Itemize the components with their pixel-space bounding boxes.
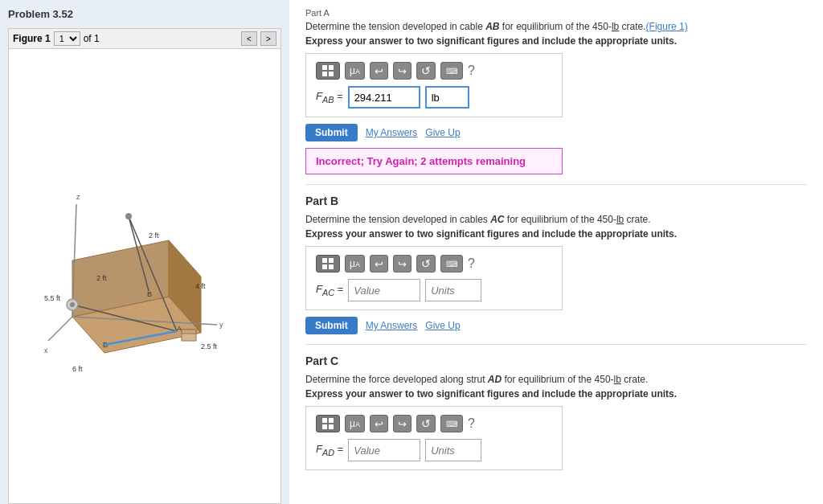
grid-cell bbox=[322, 264, 327, 269]
part-a-actions: Submit My Answers Give Up bbox=[305, 124, 807, 141]
part-b-header: Part B bbox=[305, 195, 807, 207]
part-b-section: Part B Determine the tension developed i… bbox=[305, 195, 807, 334]
figure-link[interactable]: (Figure 1) bbox=[646, 21, 688, 32]
refresh-button-c[interactable]: ↺ bbox=[416, 415, 436, 432]
part-c-unit-lb: lb bbox=[614, 374, 621, 385]
svg-text:z: z bbox=[76, 193, 80, 201]
part-c-header: Part C bbox=[305, 354, 807, 367]
grid-cell bbox=[322, 258, 327, 263]
undo-button-c[interactable]: ↩ bbox=[370, 415, 388, 432]
mu-button-c[interactable]: μA bbox=[345, 415, 365, 432]
svg-text:x: x bbox=[44, 346, 48, 354]
grid-cell bbox=[329, 424, 334, 429]
part-b-value-input[interactable] bbox=[348, 279, 420, 301]
figure-svg: x y z 2 ft 2 ft 4 ft C B A D 6 ft 5.5 ft… bbox=[24, 172, 265, 381]
part-b-unit-lb: lb bbox=[616, 214, 624, 225]
part-c-description: Determine the force developed along stru… bbox=[305, 374, 807, 385]
grid-cell bbox=[322, 418, 327, 423]
part-a-cable: AB bbox=[485, 21, 499, 32]
grid-button-c[interactable] bbox=[316, 415, 340, 432]
part-b-give-up-button[interactable]: Give Up bbox=[425, 320, 460, 331]
refresh-button-b[interactable]: ↺ bbox=[416, 255, 436, 272]
redo-button-b[interactable]: ↪ bbox=[393, 255, 412, 272]
part-b-answer-box: μA ↩ ↪ ↺ ⌨ ? FAC = bbox=[305, 246, 563, 310]
svg-text:4 ft: 4 ft bbox=[195, 282, 206, 290]
part-c-input-row: FAD = bbox=[316, 439, 552, 461]
part-a-description: Determine the tension developed in cable… bbox=[305, 21, 807, 32]
figure-toolbar: Figure 1 1 of 1 < > bbox=[9, 29, 280, 49]
part-a-value-input[interactable] bbox=[348, 86, 420, 109]
redo-button-a[interactable]: ↪ bbox=[393, 62, 412, 80]
part-a-units-input[interactable] bbox=[425, 86, 469, 109]
keyboard-button-c[interactable]: ⌨ bbox=[440, 415, 463, 432]
part-c-instruction: Express your answer to two significant f… bbox=[305, 388, 807, 400]
part-b-eq-label: FAC = bbox=[316, 283, 343, 297]
part-a-give-up-button[interactable]: Give Up bbox=[425, 127, 460, 138]
grid-cell bbox=[322, 65, 327, 70]
figure-canvas: x y z 2 ft 2 ft 4 ft C B A D 6 ft 5.5 ft… bbox=[9, 49, 280, 503]
part-c-toolbar: μA ↩ ↪ ↺ ⌨ ? bbox=[316, 415, 552, 432]
part-c-units-input[interactable] bbox=[425, 439, 481, 461]
svg-text:A: A bbox=[177, 325, 182, 333]
figure-prev-button[interactable]: < bbox=[241, 31, 257, 46]
grid-icon-a bbox=[322, 65, 334, 76]
svg-text:B: B bbox=[147, 290, 152, 298]
help-icon-a[interactable]: ? bbox=[468, 64, 475, 78]
divider-ab bbox=[305, 184, 807, 185]
figure-of: of 1 bbox=[84, 33, 100, 44]
part-b-input-row: FAC = bbox=[316, 279, 552, 301]
figure-next-button[interactable]: > bbox=[260, 31, 276, 46]
part-a-instruction: Express your answer to two significant f… bbox=[305, 35, 807, 47]
part-a-eq-label: FAB = bbox=[316, 90, 343, 104]
figure-label: Figure 1 bbox=[13, 33, 51, 44]
part-c-answer-box: μA ↩ ↪ ↺ ⌨ ? FAD = bbox=[305, 406, 563, 470]
part-b-submit-button[interactable]: Submit bbox=[305, 317, 358, 334]
grid-cell bbox=[322, 72, 327, 76]
keyboard-button-a[interactable]: ⌨ bbox=[440, 62, 463, 80]
part-a-top-label: Part A bbox=[305, 8, 807, 18]
part-a-incorrect-message: Incorrect; Try Again; 2 attempts remaini… bbox=[305, 148, 563, 174]
grid-cell bbox=[329, 65, 334, 70]
part-b-actions: Submit My Answers Give Up bbox=[305, 317, 807, 334]
grid-button-a[interactable] bbox=[316, 62, 340, 80]
redo-button-c[interactable]: ↪ bbox=[393, 415, 412, 432]
svg-text:2 ft: 2 ft bbox=[149, 232, 159, 240]
help-icon-b[interactable]: ? bbox=[468, 256, 475, 271]
grid-icon-b bbox=[322, 258, 334, 269]
part-a-toolbar: μA ↩ ↪ ↺ ⌨ ? bbox=[316, 62, 552, 80]
undo-button-b[interactable]: ↩ bbox=[370, 255, 388, 272]
part-b-my-answers-button[interactable]: My Answers bbox=[366, 320, 418, 331]
part-a-input-row: FAB = bbox=[316, 86, 552, 109]
figure-box: Figure 1 1 of 1 < > x y z bbox=[8, 28, 281, 504]
problem-title: Problem 3.52 bbox=[8, 8, 281, 20]
part-a-unit-lb: lb bbox=[612, 21, 619, 32]
help-icon-c[interactable]: ? bbox=[468, 416, 475, 431]
grid-cell bbox=[329, 264, 334, 269]
mu-button-a[interactable]: μA bbox=[345, 62, 365, 80]
grid-cell bbox=[329, 258, 334, 263]
grid-cell bbox=[322, 424, 327, 429]
refresh-button-a[interactable]: ↺ bbox=[416, 62, 436, 80]
part-a-submit-button[interactable]: Submit bbox=[305, 124, 358, 141]
keyboard-button-b[interactable]: ⌨ bbox=[440, 255, 463, 272]
part-b-units-input[interactable] bbox=[425, 279, 481, 301]
part-b-instruction: Express your answer to two significant f… bbox=[305, 228, 807, 240]
figure-select[interactable]: 1 bbox=[54, 31, 80, 46]
grid-button-b[interactable] bbox=[316, 255, 340, 272]
undo-button-a[interactable]: ↩ bbox=[370, 62, 388, 80]
right-panel: Part A Determine the tension developed i… bbox=[289, 0, 823, 504]
part-c-cable: AD bbox=[488, 374, 502, 385]
grid-cell bbox=[329, 72, 334, 76]
mu-button-b[interactable]: μA bbox=[345, 255, 365, 272]
grid-cell bbox=[329, 418, 334, 423]
svg-text:y: y bbox=[219, 321, 223, 329]
part-b-description: Determine the tension developed in cable… bbox=[305, 214, 807, 225]
svg-rect-25 bbox=[182, 330, 196, 334]
part-b-cable: AC bbox=[490, 214, 504, 225]
svg-point-23 bbox=[125, 213, 132, 219]
svg-line-3 bbox=[48, 317, 72, 341]
left-panel: Problem 3.52 Figure 1 1 of 1 < > x bbox=[0, 0, 289, 504]
part-a-my-answers-button[interactable]: My Answers bbox=[366, 127, 418, 138]
divider-bc bbox=[305, 344, 807, 345]
part-c-value-input[interactable] bbox=[348, 439, 420, 461]
